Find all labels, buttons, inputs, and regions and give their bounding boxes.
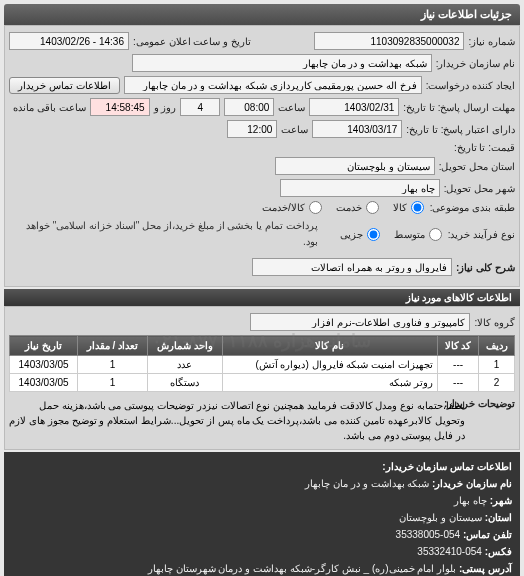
col-date: تاریخ نیاز [10, 336, 78, 356]
col-qty: تعداد / مقدار [78, 336, 148, 356]
buyer-contact-button[interactable]: اطلاعات تماس خریدار [9, 77, 120, 94]
cell: عدد [147, 356, 222, 374]
deadline-send-label: مهلت ارسال پاسخ: تا تاریخ: [403, 102, 515, 113]
cell: روتر شبکه [222, 374, 437, 392]
buyer-desc-text: لطفا،حتمابه نوع ومدل کالادقت فرمایید همچ… [9, 398, 465, 443]
c-city-label: شهر: [490, 495, 512, 506]
province-label: استان محل تحویل: [439, 161, 515, 172]
remain-days-input [180, 98, 220, 116]
price-label: قیمت: تا تاریخ: [454, 142, 515, 153]
buyer-name-input [132, 54, 432, 72]
requester-input [124, 76, 422, 94]
items-header: اطلاعات کالاهای مورد نیاز [4, 289, 520, 306]
col-rownum: ردیف [479, 336, 515, 356]
c-address-label: آدرس پستی: [459, 563, 512, 574]
proc-opt2-label: جزیی [340, 229, 363, 240]
need-no-input [314, 32, 464, 50]
col-name: نام کالا [222, 336, 437, 356]
proc-radio-small[interactable]: جزیی [340, 228, 382, 241]
remain-day-label: روز و [154, 102, 177, 113]
need-no-label: شماره نیاز: [468, 36, 515, 47]
pack-label: طبقه بندی موضوعی: [430, 202, 515, 213]
deadline-date-input [309, 98, 399, 116]
c-phone-label: تلفن تماس: [463, 529, 512, 540]
subject-label: شرح کلی نیاز: [456, 262, 515, 273]
remain-left-label: ساعت باقی مانده [13, 102, 86, 113]
proc-radio-1[interactable] [429, 228, 442, 241]
c-city: چاه بهار [454, 495, 487, 506]
c-province-label: استان: [485, 512, 512, 523]
panel-title: جزئیات اطلاعات نیاز [4, 4, 520, 25]
cell: دستگاه [147, 374, 222, 392]
pack-radio-2[interactable] [366, 201, 379, 214]
c-org: شبکه بهداشت و در مان چابهار [305, 478, 429, 489]
pack-radio-1[interactable] [411, 201, 424, 214]
pack-opt1-label: کالا [393, 202, 407, 213]
cell: تجهیزات امنیت شبکه فایروال (دیواره آتش) [222, 356, 437, 374]
city-label: شهر محل تحویل: [444, 183, 515, 194]
cell: --- [437, 374, 478, 392]
contact-block: اطلاعات تماس سازمان خریدار: نام سازمان خ… [4, 452, 520, 576]
proc-radio-2[interactable] [367, 228, 380, 241]
pack-radio-3[interactable] [309, 201, 322, 214]
buyer-name-label: نام سازمان خریدار: [436, 58, 515, 69]
cell: 1 [78, 356, 148, 374]
c-org-label: نام سازمان خریدار: [432, 478, 512, 489]
items-group-input [250, 313, 470, 331]
cell: 1 [78, 374, 148, 392]
remain-time-input [90, 98, 150, 116]
province-input [275, 157, 435, 175]
proc-note: پرداخت تمام یا بخشی از مبلغ خرید،از محل … [9, 218, 318, 250]
c-province: سیستان و بلوچستان [399, 512, 482, 523]
valid-time-input [227, 120, 277, 138]
c-fax: 054-35332410 [417, 546, 482, 557]
announce-label: تاریخ و ساعت اعلان عمومی: [133, 36, 251, 47]
cell: --- [437, 356, 478, 374]
need-info-section: شماره نیاز: تاریخ و ساعت اعلان عمومی: نا… [4, 25, 520, 287]
cell: 1 [479, 356, 515, 374]
items-section: گروه کالا: ردیف کد کالا نام کالا واحد شم… [4, 306, 520, 450]
table-row[interactable]: 2 --- روتر شبکه دستگاه 1 1403/03/05 [10, 374, 515, 392]
cell: 1403/03/05 [10, 356, 78, 374]
city-input [280, 179, 440, 197]
items-group-label: گروه کالا: [474, 317, 515, 328]
c-fax-label: فکس: [485, 546, 512, 557]
subject-input [252, 258, 452, 276]
table-header-row: ردیف کد کالا نام کالا واحد شمارش تعداد /… [10, 336, 515, 356]
pack-radio-khedmat[interactable]: خدمت [336, 201, 381, 214]
valid-date-input [312, 120, 402, 138]
col-code: کد کالا [437, 336, 478, 356]
c-address: بلوار امام خمینی(ره) _ نبش کارگر-شبکه به… [148, 563, 456, 574]
pack-opt2-label: خدمت [336, 202, 362, 213]
proc-radio-mid[interactable]: متوسط [394, 228, 444, 241]
col-unit: واحد شمارش [147, 336, 222, 356]
table-row[interactable]: 1 --- تجهیزات امنیت شبکه فایروال (دیواره… [10, 356, 515, 374]
buyer-desc-label: توضیحات خریدار: [471, 398, 515, 409]
pack-radio-kala[interactable]: کالا [393, 201, 426, 214]
pack-opt3-label: کالا/خدمت [262, 202, 305, 213]
deadline-time-input [224, 98, 274, 116]
valid-until-label: دارای اعتبار پاسخ: تا تاریخ: [406, 124, 515, 135]
c-phone: 054-35338005 [396, 529, 461, 540]
cell: 1403/03/05 [10, 374, 78, 392]
pack-radio-both[interactable]: کالا/خدمت [262, 201, 324, 214]
items-table: ردیف کد کالا نام کالا واحد شمارش تعداد /… [9, 335, 515, 392]
time-label-2: ساعت [281, 124, 308, 135]
announce-input [9, 32, 129, 50]
proc-opt1-label: متوسط [394, 229, 425, 240]
main-panel: جزئیات اطلاعات نیاز شماره نیاز: تاریخ و … [0, 0, 524, 576]
requester-label: ایجاد کننده درخواست: [426, 80, 515, 91]
time-label-1: ساعت [278, 102, 305, 113]
cell: 2 [479, 374, 515, 392]
contact-header: اطلاعات تماس سازمان خریدار: [12, 458, 512, 475]
proc-label: نوع فرآیند خرید: [448, 229, 515, 240]
